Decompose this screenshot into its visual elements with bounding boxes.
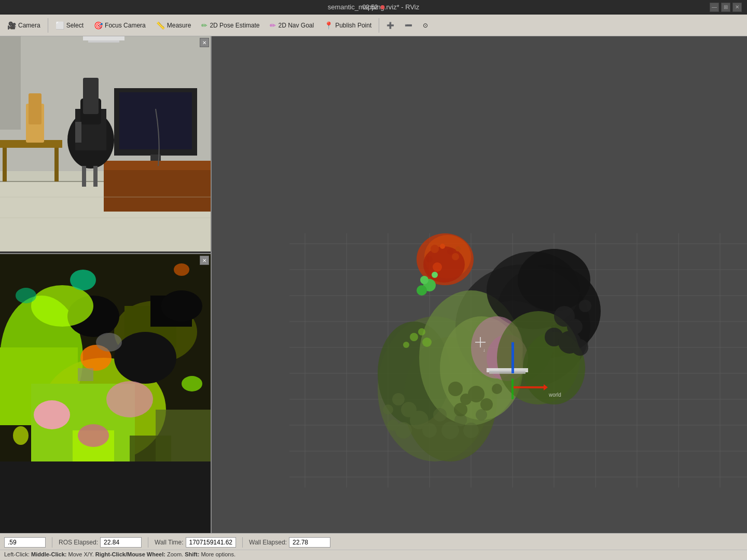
svg-point-129 xyxy=(422,338,432,347)
svg-point-77 xyxy=(404,337,497,461)
svg-point-128 xyxy=(418,328,425,335)
svg-point-122 xyxy=(441,422,459,439)
segmentation-view-panel: ✕ xyxy=(0,254,211,533)
measure-icon: 📏 xyxy=(156,21,165,30)
svg-rect-9 xyxy=(104,170,211,212)
minimize-button[interactable]: — xyxy=(710,3,719,12)
svg-point-51 xyxy=(182,376,202,391)
svg-point-117 xyxy=(383,404,393,415)
status-bar: .59 ROS Elapsed: 22.84 Wall Time: 170715… xyxy=(0,533,747,560)
maximize-button[interactable]: ⊞ xyxy=(721,3,730,12)
svg-point-98 xyxy=(423,279,436,291)
time-area: 02:52 xyxy=(362,4,384,11)
svg-rect-18 xyxy=(3,148,7,181)
svg-rect-16 xyxy=(93,166,98,187)
svg-point-42 xyxy=(34,400,70,429)
svg-point-127 xyxy=(403,342,409,348)
svg-point-84 xyxy=(417,233,474,285)
svg-point-102 xyxy=(497,311,580,404)
ros-elapsed-label: ROS Elapsed: xyxy=(59,539,98,546)
svg-point-135 xyxy=(572,339,588,356)
camera-close-button[interactable]: ✕ xyxy=(200,38,209,47)
toolbar-zoom-out-button[interactable]: ➖ xyxy=(400,19,417,32)
svg-rect-104 xyxy=(487,368,528,372)
svg-point-49 xyxy=(96,333,122,352)
separator-1 xyxy=(48,18,48,33)
svg-rect-14 xyxy=(75,122,81,143)
camera-icon: 🎥 xyxy=(7,21,16,30)
zoom-out-icon: ➖ xyxy=(405,22,412,29)
close-button[interactable]: ✕ xyxy=(732,3,742,12)
3d-viewport[interactable]: world ↓ xyxy=(212,36,747,533)
svg-point-52 xyxy=(13,426,29,445)
ros-elapsed-field: ROS Elapsed: 22.84 xyxy=(59,537,142,548)
svg-point-126 xyxy=(410,333,418,341)
left-coord-field: .59 xyxy=(4,537,46,548)
ros-elapsed-value: 22.84 xyxy=(100,537,142,548)
clock-time: 02:52 xyxy=(362,4,378,11)
status-row-metrics: .59 ROS Elapsed: 22.84 Wall Time: 170715… xyxy=(0,536,747,550)
svg-point-139 xyxy=(480,398,493,411)
2d-nav-label: 2D Nav Goal xyxy=(278,22,314,29)
svg-rect-22 xyxy=(83,36,125,40)
wall-elapsed-value: 22.78 xyxy=(289,537,330,548)
svg-rect-48 xyxy=(130,436,171,461)
svg-point-137 xyxy=(460,394,472,405)
toolbar-publish-point-button[interactable]: 📍 Publish Point xyxy=(320,19,376,32)
svg-point-44 xyxy=(78,424,109,447)
svg-point-88 xyxy=(447,248,453,255)
pose-icon: ✏ xyxy=(201,21,208,30)
svg-point-80 xyxy=(497,264,601,358)
svg-point-100 xyxy=(432,272,438,278)
title-bar: 02:52 semantic_mapping.rviz* - RViz — ⊞ … xyxy=(0,0,747,15)
svg-rect-54 xyxy=(212,36,747,533)
window-controls: — ⊞ ✕ xyxy=(710,3,742,12)
svg-point-94 xyxy=(487,251,580,329)
svg-point-125 xyxy=(476,409,487,421)
svg-point-96 xyxy=(471,316,523,379)
svg-point-45 xyxy=(70,270,96,290)
toolbar-select-button[interactable]: ⬜ Select xyxy=(51,19,88,32)
toolbar-camera-button[interactable]: 🎥 Camera xyxy=(3,19,45,32)
svg-point-115 xyxy=(392,393,405,405)
select-label: Select xyxy=(66,22,84,29)
recording-dot xyxy=(381,5,385,9)
svg-rect-105 xyxy=(489,371,525,374)
svg-point-124 xyxy=(463,423,479,438)
svg-point-53 xyxy=(174,263,189,276)
svg-rect-106 xyxy=(511,342,514,373)
svg-rect-26 xyxy=(0,36,21,130)
toolbar-zoom-in-button[interactable]: ➕ xyxy=(382,19,399,32)
camera-view-panel: ✕ xyxy=(0,36,211,254)
toolbar-2d-nav-button[interactable]: ✏ 2D Nav Goal xyxy=(265,19,319,32)
svg-point-134 xyxy=(558,331,581,354)
svg-point-43 xyxy=(106,381,153,417)
svg-point-99 xyxy=(420,276,428,284)
svg-point-133 xyxy=(579,300,591,312)
toolbar-zoom-fit-button[interactable]: ⊙ xyxy=(418,19,433,32)
toolbar-focus-camera-button[interactable]: 🎯 Focus Camera xyxy=(89,19,150,32)
wall-elapsed-label: Wall Elapsed: xyxy=(249,539,287,546)
svg-rect-50 xyxy=(78,368,93,381)
main-content: ✕ xyxy=(0,36,747,533)
camera-label: Camera xyxy=(18,22,40,29)
svg-point-131 xyxy=(567,319,583,334)
svg-point-114 xyxy=(401,402,417,417)
svg-point-90 xyxy=(452,253,459,260)
wall-time-value: 1707159141.62 xyxy=(186,537,236,548)
zoom-fit-icon: ⊙ xyxy=(423,22,428,29)
status-row-hint: Left-Click: Middle-Click: Move X/Y. Righ… xyxy=(0,550,747,558)
svg-point-39 xyxy=(31,285,93,327)
wall-time-label: Wall Time: xyxy=(155,539,184,546)
seg-close-button[interactable]: ✕ xyxy=(200,256,209,265)
svg-point-36 xyxy=(114,332,176,384)
svg-point-92 xyxy=(426,256,433,262)
left-panel: ✕ xyxy=(0,36,212,533)
divider-1 xyxy=(52,537,52,548)
divider-2 xyxy=(148,537,148,548)
svg-point-132 xyxy=(545,328,563,346)
wall-elapsed-field: Wall Elapsed: 22.78 xyxy=(249,537,330,548)
toolbar-measure-button[interactable]: 📏 Measure xyxy=(151,19,196,32)
toolbar-2d-pose-button[interactable]: ✏ 2D Pose Estimate xyxy=(197,19,264,32)
svg-rect-13 xyxy=(83,78,99,114)
